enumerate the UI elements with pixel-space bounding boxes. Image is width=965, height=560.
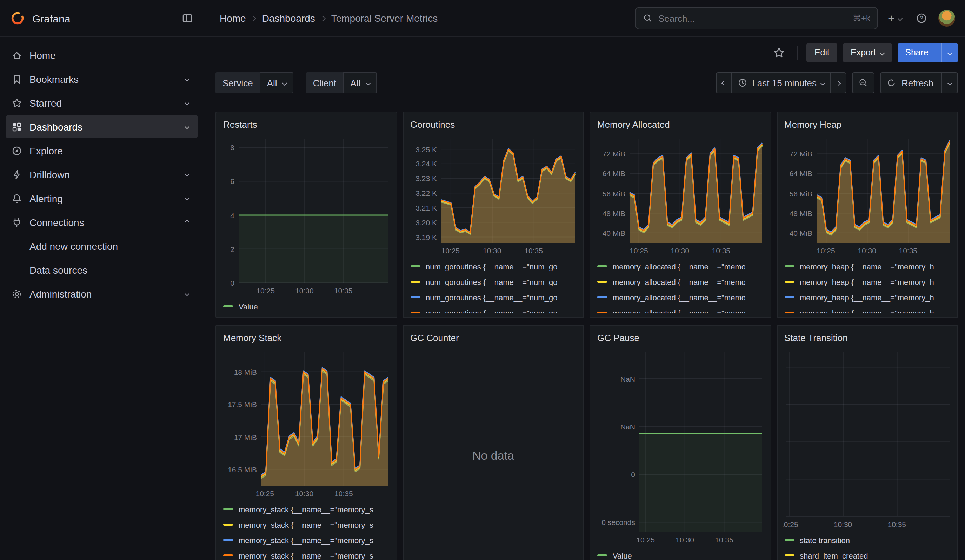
sidebar-item-label: Connections [29,217,84,228]
edit-button[interactable]: Edit [807,43,837,62]
no-data-message: No data [409,349,577,560]
panel-title[interactable]: State Transition [783,330,952,347]
zoom-out-button[interactable] [852,72,875,93]
y-tick-label: 3.24 K [409,160,437,169]
x-axis: 10:2510:3010:35 [596,533,765,546]
search-box[interactable]: ⌘+k [635,7,878,29]
panel-title[interactable]: GC Pause [596,330,765,347]
legend-label: Value [239,302,258,310]
navbar-right-section: ⌘+k + ? [635,7,955,29]
legend-label: memory_heap {__name__="memory_h [800,293,934,301]
series-swatch [784,281,794,283]
chart-area[interactable]: 3.19 K3.20 K3.21 K3.22 K3.23 K3.24 K3.25… [409,136,577,244]
chart-area[interactable] [783,349,952,518]
breadcrumb-dashboards[interactable]: Dashboards [262,13,315,24]
legend-item[interactable]: memory_stack {__name__="memory_s [223,518,389,531]
sidebar-item-starred[interactable]: Starred [6,91,198,114]
series-swatch [597,281,607,283]
x-axis: 10:2510:3010:35 [409,244,577,257]
chart-area[interactable]: 0 seconds0NaNNaN [596,349,765,533]
legend-item[interactable]: memory_allocated {__name__="memo [597,291,763,304]
brand-group[interactable]: Grafana [10,11,70,26]
sidebar-item-drilldown[interactable]: Drilldown [6,163,198,186]
y-tick-label: 0 seconds [596,518,635,527]
panel-title[interactable]: GC Counter [409,330,577,347]
series-swatch [597,296,607,298]
x-tick-label: 10:30 [834,520,852,528]
refresh-button[interactable]: Refresh [880,72,958,93]
panel-title[interactable]: Goroutines [409,116,577,133]
sidebar-toggle-button[interactable] [178,8,197,28]
legend-item[interactable]: num_goroutines {__name__="num_go [410,306,576,313]
search-input[interactable] [658,13,847,23]
panel-title[interactable]: Restarts [222,116,391,133]
sidebar-item-alerting[interactable]: Alerting [6,187,198,210]
sidebar-item-dashboards[interactable]: Dashboards [6,115,198,138]
legend-item[interactable]: memory_stack {__name__="memory_s [223,503,389,516]
sidebar-item-data-sources[interactable]: Data sources [6,258,198,281]
panel-title[interactable]: Memory Stack [222,330,391,347]
legend-item[interactable]: memory_heap {__name__="memory_h [784,275,950,289]
legend-item[interactable]: memory_heap {__name__="memory_h [784,291,950,304]
x-tick-label: 10:25 [256,489,275,498]
legend-item[interactable]: memory_stack {__name__="memory_s [223,533,389,547]
favorite-star-button[interactable] [770,43,789,62]
time-back-button[interactable] [715,72,732,93]
search-shortcut: ⌘+k [853,13,870,23]
series-swatch [784,554,794,557]
chart-area[interactable]: 02468 [222,136,391,284]
legend-label: memory_heap {__name__="memory_h [800,309,934,313]
time-forward-button[interactable] [831,72,847,93]
filter-bar: Service All Client All [204,68,965,98]
legend-item[interactable]: num_goroutines {__name__="num_go [410,275,576,289]
panel-title[interactable]: Memory Allocated [596,116,765,133]
legend: Value [596,546,765,560]
sidebar: HomeBookmarksStarredDashboardsExploreDri… [0,37,204,560]
share-button[interactable]: Share [897,43,958,62]
add-new-button[interactable]: + [885,8,904,28]
sidebar-item-add-new-connection[interactable]: Add new connection [6,234,198,258]
service-filter-value[interactable]: All [260,72,293,93]
legend-label: memory_stack {__name__="memory_s [239,551,373,560]
chart-area[interactable]: 40 MiB48 MiB56 MiB64 MiB72 MiB [596,136,765,244]
y-tick-label: 48 MiB [596,209,625,218]
legend-item[interactable]: Value [223,300,389,313]
chart-area[interactable]: 16.5 MiB17 MiB17.5 MiB18 MiB [222,349,391,487]
export-button[interactable]: Export [843,43,891,62]
user-avatar[interactable] [938,10,955,27]
sidebar-item-home[interactable]: Home [6,44,198,67]
legend-item[interactable]: memory_allocated {__name__="memo [597,275,763,289]
breadcrumb-home[interactable]: Home [220,13,246,24]
legend-item[interactable]: memory_heap {__name__="memory_h [784,306,950,313]
service-filter: Service All [216,72,293,93]
time-range-picker[interactable]: Last 15 minutes [731,72,831,93]
client-filter-value[interactable]: All [343,72,376,93]
legend-item[interactable]: num_goroutines {__name__="num_go [410,260,576,273]
chevron-down-icon [185,77,190,82]
compass-icon [11,145,23,156]
sidebar-item-connections[interactable]: Connections [6,211,198,233]
x-tick-label: 10:25 [636,536,655,544]
share-caret-button[interactable] [941,43,958,62]
chart-area[interactable]: 40 MiB48 MiB56 MiB64 MiB72 MiB [783,136,952,244]
panel-restarts: Restarts0246810:2510:3010:35Value [216,112,397,318]
legend-item[interactable]: Value [597,549,763,560]
sidebar-item-administration[interactable]: Administration [6,282,198,305]
x-tick-label: 10:30 [295,489,314,498]
panel-title[interactable]: Memory Heap [783,116,952,133]
y-tick-label: 8 [222,143,234,152]
help-button[interactable]: ? [912,8,931,28]
panel-memory-stack: Memory Stack16.5 MiB17 MiB17.5 MiB18 MiB… [216,325,397,560]
legend-item[interactable]: num_goroutines {__name__="num_go [410,291,576,304]
sidebar-item-explore[interactable]: Explore [6,139,198,162]
legend-item[interactable]: memory_heap {__name__="memory_h [784,260,950,273]
legend-item[interactable]: memory_stack {__name__="memory_s [223,549,389,560]
sidebar-item-bookmarks[interactable]: Bookmarks [6,67,198,90]
legend-item[interactable]: state transition [784,533,950,547]
legend-item[interactable]: memory_allocated {__name__="memo [597,306,763,313]
legend-item[interactable]: memory_allocated {__name__="memo [597,260,763,273]
y-tick-label: NaN [596,423,635,432]
share-label[interactable]: Share [897,43,936,62]
legend-item[interactable]: shard_item_created [784,549,950,560]
sidebar-item-label: Dashboards [29,121,82,132]
